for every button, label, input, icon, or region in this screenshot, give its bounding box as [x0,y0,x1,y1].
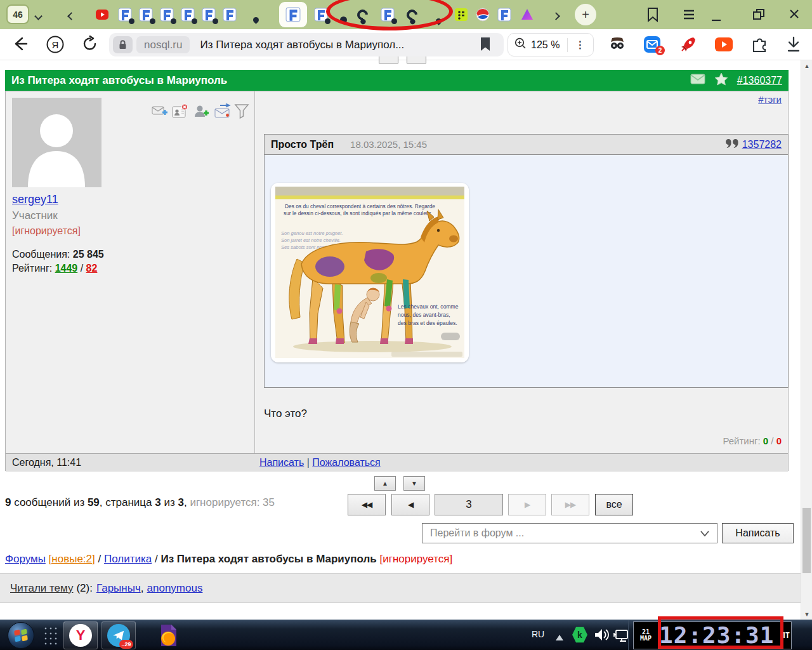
tab-youtube[interactable] [95,8,109,22]
report-link[interactable]: Пожаловаться [312,457,380,468]
zoom-control: 125 % ⋮ [508,33,594,56]
scrollbar-thumb[interactable] [802,508,811,573]
first-page-button[interactable]: ◀◀ [348,494,386,515]
prev-page-button[interactable]: ◀ [391,494,429,515]
partial-button-down[interactable] [407,56,426,63]
quote-body: Des os du cheval correspondent à certain… [264,155,789,388]
tab-pepsi-app[interactable] [476,8,490,22]
favorite-star-icon[interactable] [714,72,728,88]
scroll-up-button[interactable]: ▲ [374,476,396,491]
tab-forum-2[interactable] [139,8,153,22]
breadcrumb-forums-link[interactable]: Форумы [5,553,46,565]
url-page-title: Из Питера ходят автобусы в Мариупол... [200,39,404,51]
language-indicator[interactable]: RU [532,629,544,639]
chevron-down-icon [700,527,709,539]
tab-active-forum[interactable] [279,2,307,27]
zoom-level: 125 % [531,39,560,51]
tab-forum-4[interactable] [181,8,195,22]
reader-user-link-2[interactable]: anonymous [147,582,203,595]
go-to-forum-select[interactable]: Перейти в форум ... [422,523,717,543]
url-bar[interactable]: nosql.ru Из Питера ходят автобусы в Мари… [109,33,504,56]
reply-link[interactable]: Написать [259,457,304,468]
show-all-button[interactable]: все [595,494,633,515]
telegram-badge: ..29 [119,640,133,649]
incognito-extension-icon[interactable] [608,35,627,54]
url-domain[interactable]: nosql.ru [136,36,190,53]
tab-forum-9[interactable] [497,8,511,22]
vertical-scrollbar[interactable]: ▲ ▼ [801,60,812,620]
quote-id-link[interactable]: 1357282 [742,139,782,150]
extensions-puzzle-icon[interactable] [750,35,769,54]
tab-lime-app[interactable] [454,8,468,22]
youtube-icon [95,8,109,22]
menu-hamburger-icon[interactable] [683,9,695,23]
back-button[interactable] [11,36,28,55]
horse-anatomy-image[interactable]: Des os du cheval correspondent à certain… [271,183,469,362]
tab-forum-3[interactable] [160,8,174,22]
scrollbar-down-arrow[interactable]: ▼ [801,609,812,620]
tab-forum-5[interactable] [202,8,216,22]
tab-minimized-mark[interactable] [249,13,263,27]
breadcrumb-new-link[interactable]: [новые:2] [49,553,95,565]
bookmarks-panel-icon[interactable] [646,7,660,25]
next-page-button[interactable]: ▶ [508,494,546,515]
video-extension-icon[interactable] [714,35,733,54]
reload-button[interactable] [81,35,99,55]
tray-expand-icon[interactable] [556,632,563,643]
readers-label-link[interactable]: Читали тему [10,582,73,595]
tab-forum-6[interactable] [223,8,237,22]
kaspersky-tray-icon[interactable]: k [572,627,587,643]
window-close-button[interactable] [789,8,800,23]
tab-triangle-app[interactable] [520,8,534,22]
forum-favicon [497,8,511,22]
tab-scroll-right-icon[interactable] [553,10,559,22]
taskbar-firefox-icon[interactable] [157,624,179,650]
url-menu-dots-icon[interactable]: ⋮ [575,39,585,51]
new-tab-button[interactable]: + [575,4,596,25]
taskbar-telegram-button[interactable]: ..29 [102,621,136,649]
taskbar-yandex-browser-button[interactable]: Y [63,621,98,649]
scrollbar-up-arrow[interactable]: ▲ [801,60,812,71]
window-minimize-button[interactable] [710,11,722,25]
mail-extension-icon[interactable]: 2 [643,35,662,54]
tags-link[interactable]: #тэги [758,94,782,105]
start-button[interactable] [8,622,34,649]
current-page-button[interactable]: 3 [435,494,503,515]
avatar[interactable] [12,98,102,187]
send-topic-email-icon[interactable] [690,74,705,87]
last-page-button[interactable]: ▶▶ [551,494,589,515]
partial-button-up[interactable] [379,56,398,63]
rating-minus-link[interactable]: 82 [86,263,98,274]
yandex-home-icon[interactable]: Я [46,35,65,56]
tab-list-chevron-icon[interactable] [36,10,41,22]
profile-card-icon[interactable] [172,103,188,119]
username-link[interactable]: sergey11 [12,193,58,206]
add-friend-icon[interactable] [193,103,209,119]
scroll-down-button[interactable]: ▼ [403,476,425,491]
filter-user-icon[interactable] [234,103,250,119]
window-restore-button[interactable] [752,8,765,25]
network-tray-icon[interactable] [613,628,629,646]
tab-counter-badge[interactable]: 46 [6,4,29,24]
red-rectangle-annotation [658,616,783,649]
rating-plus-link[interactable]: 1449 [55,263,78,274]
reader-user-link-1[interactable]: Гарыныч [96,582,141,595]
zoom-in-icon[interactable] [514,37,527,52]
forum-favicon [285,7,301,22]
forward-message-icon[interactable] [214,103,230,119]
svg-text:Я: Я [52,39,59,50]
rocket-extension-icon[interactable] [679,35,698,54]
post-text: Что это? [264,408,307,420]
mail-badge: 2 [655,46,665,55]
bookmark-flag-icon[interactable] [480,37,491,55]
lock-icon[interactable] [113,36,133,53]
download-icon[interactable] [784,35,803,54]
thread-id-link[interactable]: #1360377 [737,75,782,86]
breadcrumb-section-link[interactable]: Политика [104,553,152,565]
send-message-icon[interactable] [152,103,167,119]
windows-logo-icon [13,628,29,642]
volume-tray-icon[interactable] [594,628,609,644]
tab-scroll-left-icon[interactable] [69,10,74,22]
tab-forum-1[interactable] [118,8,132,22]
write-message-button[interactable]: Написать [722,523,794,543]
